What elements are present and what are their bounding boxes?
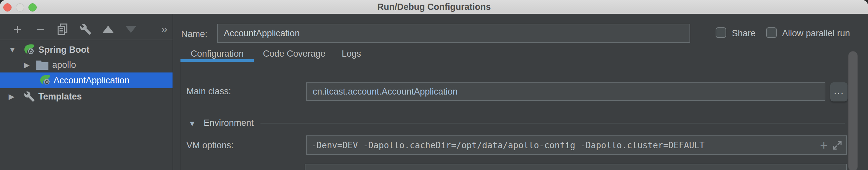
tree-item-label: AccountApplication — [54, 76, 130, 86]
copy-icon — [57, 24, 68, 35]
main-class-label: Main class: — [186, 86, 231, 96]
chevrons-right-icon: » — [161, 23, 167, 34]
tree-item-label: apollo — [52, 60, 76, 70]
collapse-section-icon[interactable]: ▼ — [188, 119, 196, 128]
main-class-input[interactable] — [306, 82, 825, 101]
move-down-button[interactable] — [123, 22, 138, 37]
tab-label: Logs — [342, 49, 361, 59]
tab-code-coverage[interactable]: Code Coverage — [258, 45, 331, 62]
expand-field-icon[interactable] — [832, 140, 843, 151]
browse-main-class-button[interactable]: ... — [830, 82, 847, 101]
environment-section-label[interactable]: Environment — [204, 118, 254, 128]
spring-boot-icon — [23, 43, 36, 56]
tab-label: Code Coverage — [263, 49, 325, 59]
panel-left-border — [181, 62, 181, 170]
titlebar: Run/Debug Configurations — [0, 0, 868, 14]
arrow-down-icon — [125, 26, 136, 33]
section-separator — [260, 123, 845, 124]
vm-options-field-wrapper: + — [306, 135, 847, 155]
vm-options-label: VM options: — [186, 140, 234, 151]
name-input[interactable] — [217, 24, 690, 43]
share-label: Share — [732, 28, 755, 39]
minus-icon: − — [36, 22, 44, 37]
program-arguments-field[interactable] — [305, 164, 847, 170]
wrench-icon — [24, 91, 35, 102]
tree-item-spring-boot[interactable]: ▼ Spring Boot — [0, 42, 173, 57]
configurations-sidebar: + − — [0, 14, 173, 170]
remove-configuration-button[interactable]: − — [33, 22, 48, 37]
edit-templates-button[interactable] — [78, 22, 93, 37]
vertical-scrollbar-thumb[interactable] — [848, 51, 858, 170]
chevron-expanded-icon[interactable]: ▼ — [9, 45, 16, 54]
run-debug-configurations-dialog: Run/Debug Configurations + − — [0, 0, 868, 170]
wrench-icon — [80, 24, 92, 35]
name-label: Name: — [181, 29, 208, 39]
allow-parallel-run-checkbox[interactable] — [766, 27, 777, 38]
spring-boot-icon — [39, 74, 52, 87]
folder-icon — [36, 59, 49, 70]
tree-item-label: Spring Boot — [38, 45, 89, 55]
configuration-editor: Name: Share Allow parallel run Configura… — [173, 14, 868, 170]
vm-options-input[interactable] — [306, 135, 847, 155]
chevron-collapsed-icon[interactable]: ▶ — [24, 60, 30, 70]
chevron-collapsed-icon[interactable]: ▶ — [9, 92, 14, 101]
add-option-icon[interactable]: + — [820, 139, 828, 152]
tab-label: Configuration — [191, 49, 244, 59]
configurations-tree: ▼ Spring Boot ▶ apollo — [0, 40, 173, 170]
window-title: Run/Debug Configurations — [0, 0, 868, 14]
tree-item-templates[interactable]: ▶ Templates — [0, 89, 173, 104]
arrow-up-icon — [102, 26, 114, 33]
dialog-body: + − — [0, 14, 868, 170]
allow-parallel-run-label: Allow parallel run — [782, 28, 850, 39]
more-actions-button[interactable]: » — [157, 21, 172, 36]
add-configuration-button[interactable]: + — [10, 22, 25, 37]
active-tab-underline — [181, 59, 254, 62]
tab-logs[interactable]: Logs — [333, 45, 370, 62]
tree-item-label: Templates — [38, 92, 82, 102]
plus-icon: + — [13, 22, 22, 37]
copy-configuration-button[interactable] — [55, 22, 70, 37]
tree-item-apollo[interactable]: ▶ apollo — [0, 57, 173, 73]
tree-item-account-application[interactable]: AccountApplication — [0, 73, 173, 88]
expand-field-icon[interactable] — [832, 168, 843, 170]
move-up-button[interactable] — [100, 22, 116, 37]
share-checkbox[interactable] — [716, 27, 726, 38]
